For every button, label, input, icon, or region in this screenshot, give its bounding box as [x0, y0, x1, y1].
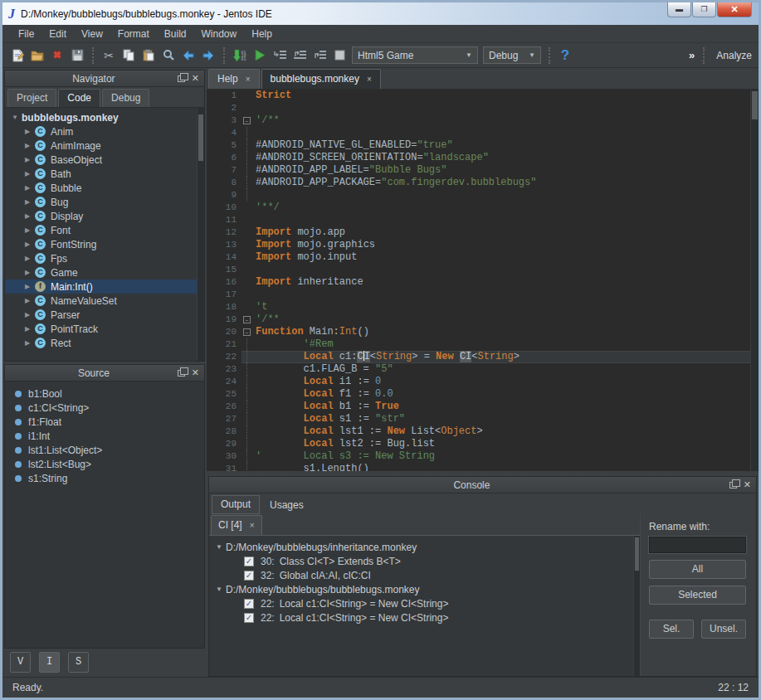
code-line[interactable]: 17 — [207, 289, 759, 301]
forward-icon[interactable] — [199, 46, 217, 65]
code-line[interactable]: 3–'/** — [207, 114, 759, 127]
code-line[interactable]: 15 — [207, 264, 759, 276]
usage-entry-row[interactable]: 22:Local c1:CI<String> = New CI<String> — [209, 610, 640, 625]
tree-scrollbar-thumb[interactable] — [198, 114, 203, 161]
update-code-icon[interactable]: 01 10 01 — [231, 46, 249, 65]
rename-input[interactable] — [649, 537, 746, 553]
expand-icon[interactable]: ▶ — [25, 156, 35, 163]
tab-output[interactable]: Output — [212, 495, 260, 514]
tab-project[interactable]: Project — [7, 89, 56, 107]
tree-item[interactable]: ▶fMain:Int() — [5, 280, 204, 294]
usages-scrollbar[interactable] — [633, 536, 640, 676]
code-line[interactable]: 4 — [207, 127, 759, 139]
close-panel-icon[interactable]: ✕ — [192, 367, 199, 378]
s-button[interactable]: S — [68, 652, 89, 673]
close-button[interactable]: ✕ — [717, 2, 752, 17]
expand-icon[interactable]: ▶ — [25, 198, 35, 206]
step-into-icon[interactable] — [271, 46, 289, 65]
step-out-icon[interactable] — [310, 46, 329, 65]
checkbox-checked[interactable] — [244, 599, 254, 609]
expand-icon[interactable]: ▶ — [25, 170, 35, 177]
expand-icon[interactable]: ▶ — [25, 339, 35, 347]
run-icon[interactable] — [251, 46, 269, 65]
checkbox-checked[interactable] — [244, 557, 254, 566]
tree-item[interactable]: ▶CFps — [5, 251, 204, 265]
usage-file-row[interactable]: ▼D:/Monkey/bubblebugs/inheritance.monkey — [209, 540, 640, 554]
tree-scrollbar[interactable] — [197, 108, 204, 361]
code-line[interactable]: 8#ANDROID_APP_PACKAGE="com.fingerdev.bub… — [207, 177, 759, 189]
code-line[interactable]: 14Import mojo.input — [207, 251, 759, 264]
code-line[interactable]: 22 Local c1:CI<String> = New CI<String> — [207, 351, 759, 363]
code-line[interactable]: 31 s1.Length() — [207, 463, 759, 471]
stop-icon[interactable] — [330, 46, 349, 65]
tab-code[interactable]: Code — [58, 89, 100, 107]
usage-entry-row[interactable]: 22:Local c1:CI<String> = New CI<String> — [209, 596, 640, 610]
code-editor[interactable]: 1Strict23–'/**45#ANDROID_NATIVE_GL_ENABL… — [207, 90, 759, 471]
expand-icon[interactable]: ▶ — [25, 297, 35, 304]
cut-icon[interactable]: ✂ — [100, 46, 118, 65]
copy-icon[interactable] — [120, 46, 138, 65]
close-panel-icon[interactable]: ✕ — [192, 73, 199, 84]
tree-item[interactable]: ▶CRect — [5, 336, 204, 350]
tree-item[interactable]: ▶CAnimImage — [5, 139, 204, 153]
target-combobox[interactable]: Html5 Game ▼ — [352, 46, 478, 64]
usages-scrollbar-thumb[interactable] — [635, 537, 639, 571]
code-line[interactable]: 18't — [207, 301, 759, 314]
expand-icon[interactable]: ▶ — [25, 255, 35, 262]
sel-button[interactable]: Sel. — [649, 620, 694, 639]
close-panel-icon[interactable]: ✕ — [744, 479, 751, 490]
close-tab-icon[interactable]: × — [367, 75, 372, 84]
collapse-icon[interactable]: ▼ — [216, 586, 226, 593]
tree-item[interactable]: ▶CBug — [5, 195, 204, 209]
code-line[interactable]: 28 Local lst1 := New List<Object> — [207, 425, 759, 438]
all-button[interactable]: All — [649, 560, 746, 579]
save-icon[interactable] — [68, 46, 86, 65]
source-item[interactable]: lst2:List<Bug> — [5, 457, 204, 471]
tree-item[interactable]: ▶CGame — [5, 265, 204, 280]
expand-icon[interactable]: ▶ — [25, 311, 35, 318]
config-combobox[interactable]: Debug ▼ — [483, 46, 541, 64]
tab-usages[interactable]: Usages — [261, 497, 312, 514]
source-item[interactable]: lst1:List<Object> — [5, 443, 204, 457]
usage-entry-row[interactable]: 30:Class CI<T> Extends B<T> — [209, 554, 640, 568]
expand-icon[interactable]: ▶ — [25, 241, 35, 248]
expand-icon[interactable]: ▶ — [25, 325, 35, 333]
tree-item[interactable]: ▶CBath — [5, 167, 204, 181]
paste-icon[interactable] — [139, 46, 158, 65]
float-panel-icon[interactable] — [178, 370, 185, 377]
menu-build[interactable]: Build — [157, 26, 194, 42]
source-item[interactable]: s1:String — [5, 471, 204, 485]
code-line[interactable]: 21 '#Rem — [207, 338, 759, 351]
code-line[interactable]: 6#ANDROID_SCREEN_ORIENTATION="landscape" — [207, 152, 759, 164]
tree-root[interactable]: ▼ bubblebugs.monkey — [5, 110, 204, 124]
code-line[interactable]: 25 Local f1 := 0.0 — [207, 388, 759, 401]
code-line[interactable]: 10'**/ — [207, 202, 759, 214]
expand-icon[interactable]: ▶ — [25, 184, 35, 192]
menu-help[interactable]: Help — [244, 26, 280, 42]
new-file-icon[interactable] — [8, 46, 27, 65]
expand-icon[interactable]: ▶ — [25, 142, 35, 149]
unsel-button[interactable]: Unsel. — [701, 620, 746, 639]
code-line[interactable]: 1Strict — [207, 90, 759, 102]
tree-item[interactable]: ▶CFont — [5, 223, 204, 237]
tab-help[interactable]: Help × — [208, 69, 260, 89]
menu-window[interactable]: Window — [194, 26, 245, 42]
float-panel-icon[interactable] — [178, 75, 185, 82]
menu-view[interactable]: View — [74, 26, 110, 42]
selected-button[interactable]: Selected — [649, 586, 746, 605]
expand-icon[interactable]: ▶ — [25, 226, 35, 234]
tree-item[interactable]: ▶CPointTrack — [5, 322, 204, 336]
find-icon[interactable] — [159, 46, 178, 65]
expand-icon[interactable]: ▶ — [25, 269, 35, 276]
code-line[interactable]: 26 Local b1 := True — [207, 401, 759, 413]
usage-entry-row[interactable]: 32:Global cIA:AI, cIC:CI — [209, 568, 640, 582]
source-item[interactable]: i1:Int — [5, 429, 204, 443]
v-button[interactable]: V — [10, 652, 31, 673]
step-over-icon[interactable] — [290, 46, 309, 65]
float-panel-icon[interactable] — [729, 482, 737, 489]
code-line[interactable]: 9 — [207, 189, 759, 202]
editor-scrollbar[interactable] — [750, 90, 759, 471]
expand-icon[interactable]: ▶ — [25, 283, 35, 290]
tree-item[interactable]: ▶CFontString — [5, 237, 204, 251]
code-line[interactable]: 24 Local i1 := 0 — [207, 376, 759, 388]
